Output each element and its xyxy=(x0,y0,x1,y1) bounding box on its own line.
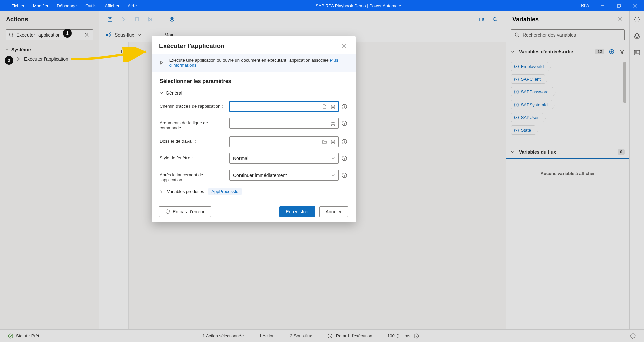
label-cli-args: Arguments de la ligne de commande : xyxy=(160,118,223,130)
insert-variable-button[interactable]: {x} xyxy=(330,120,336,127)
close-icon xyxy=(633,4,637,8)
produced-label: Variables produites xyxy=(167,189,204,194)
produced-variables-row[interactable]: Variables produites AppProcessId xyxy=(160,188,347,195)
save-button[interactable]: Enregistrer xyxy=(279,206,315,217)
field-window-style: Style de fenêtre : Normal xyxy=(160,153,347,164)
info-icon[interactable] xyxy=(341,172,347,178)
section-general-label: Général xyxy=(166,90,182,96)
menu-fichier[interactable]: Fichier xyxy=(7,2,29,10)
minimize-icon xyxy=(601,4,605,8)
chevron-down-icon xyxy=(332,157,335,160)
field-app-path: Chemin d'accès de l'application : {x} xyxy=(160,101,347,112)
menu-debogage[interactable]: Débogage xyxy=(53,2,81,10)
input-work-dir-text[interactable] xyxy=(232,139,319,144)
maximize-icon xyxy=(617,4,621,8)
menu-outils[interactable]: Outils xyxy=(81,2,100,10)
window-maximize[interactable] xyxy=(611,0,627,11)
run-application-dialog: Exécuter l'application Exécute une appli… xyxy=(152,36,356,222)
label-after-launch: Après le lancement de l'application : xyxy=(160,170,223,182)
svg-rect-4 xyxy=(617,5,620,7)
field-cli-args: Arguments de la ligne de commande : {x} xyxy=(160,118,347,130)
callout-1: 1 xyxy=(63,29,72,38)
chevron-right-icon xyxy=(160,190,163,193)
input-work-dir[interactable]: {x} xyxy=(229,136,339,147)
insert-variable-button[interactable]: {x} xyxy=(330,138,336,145)
main-menu: Fichier Modifier Débogage Outils Affiche… xyxy=(0,2,141,10)
callout-2: 2 xyxy=(5,56,13,65)
cancel-button[interactable]: Annuler xyxy=(319,206,348,217)
info-icon[interactable] xyxy=(341,155,347,161)
input-app-path-text[interactable] xyxy=(232,104,319,109)
titlebar: Fichier Modifier Débogage Outils Affiche… xyxy=(0,0,644,11)
select-after-launch-value: Continuer immédiatement xyxy=(233,173,287,178)
on-error-label: En cas d'erreur xyxy=(173,209,205,214)
callout-arrow xyxy=(70,47,150,62)
dialog-info-banner: Exécute une application ou ouvre un docu… xyxy=(152,54,356,72)
label-window-style: Style de fenêtre : xyxy=(160,153,223,160)
dialog-section-title: Sélectionner les paramètres xyxy=(160,78,347,84)
input-cli-args[interactable]: {x} xyxy=(229,118,339,129)
info-icon[interactable] xyxy=(341,120,347,126)
browse-folder-button[interactable] xyxy=(321,138,328,145)
info-icon[interactable] xyxy=(341,139,347,145)
rpa-badge[interactable]: RPA xyxy=(576,0,592,11)
menu-afficher[interactable]: Afficher xyxy=(101,2,124,10)
window-close[interactable] xyxy=(627,0,643,11)
chevron-down-icon xyxy=(332,174,335,177)
shield-icon xyxy=(165,209,170,214)
section-general-toggle[interactable]: Général xyxy=(160,90,347,96)
label-app-path: Chemin d'accès de l'application : xyxy=(160,101,223,109)
field-work-dir: Dossier de travail : {x} xyxy=(160,136,347,147)
on-error-button[interactable]: En cas d'erreur xyxy=(159,206,211,217)
input-app-path[interactable]: {x} xyxy=(229,101,339,112)
select-window-style[interactable]: Normal xyxy=(229,153,339,164)
dialog-title: Exécuter l'application xyxy=(159,42,341,50)
browse-file-button[interactable] xyxy=(321,103,328,110)
insert-variable-button[interactable]: {x} xyxy=(330,103,336,110)
window-minimize[interactable] xyxy=(595,0,610,11)
close-icon xyxy=(342,44,347,48)
label-work-dir: Dossier de travail : xyxy=(160,136,223,144)
dialog-info-text: Exécute une application ou ouvre un docu… xyxy=(169,58,330,63)
rpa-label: RPA xyxy=(581,3,589,8)
produced-var-appprocessid[interactable]: AppProcessId xyxy=(208,188,242,195)
play-icon xyxy=(160,60,164,65)
dialog-close[interactable] xyxy=(341,42,348,50)
menu-aide[interactable]: Aide xyxy=(124,2,141,10)
folder-icon xyxy=(322,139,327,144)
select-window-style-value: Normal xyxy=(233,156,248,161)
select-after-launch[interactable]: Continuer immédiatement xyxy=(229,170,339,181)
chevron-down-icon xyxy=(160,91,163,95)
info-icon[interactable] xyxy=(341,104,347,110)
window-title: SAP RPA Playbook Demo | Power Automate xyxy=(141,3,576,8)
menu-modifier[interactable]: Modifier xyxy=(29,2,52,10)
file-icon xyxy=(322,104,327,109)
input-cli-args-text[interactable] xyxy=(232,121,328,126)
field-after-launch: Après le lancement de l'application : Co… xyxy=(160,170,347,182)
